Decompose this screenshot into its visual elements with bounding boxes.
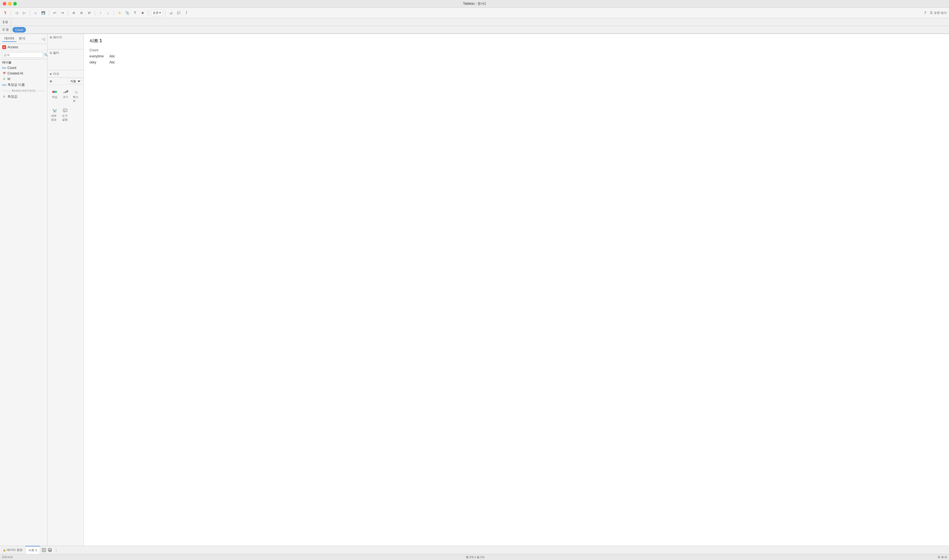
- view-size-dropdown[interactable]: 표준 ▾: [151, 10, 163, 16]
- maximize-button[interactable]: [13, 2, 17, 6]
- pin-button[interactable]: ★: [140, 10, 146, 16]
- close-button[interactable]: [3, 2, 6, 6]
- list-view-toggle[interactable]: ☰: [938, 555, 940, 558]
- filters-header: ⊟ 필터: [48, 49, 84, 56]
- chart-type-button[interactable]: 📊: [168, 10, 174, 16]
- pages-content[interactable]: [48, 41, 84, 49]
- field-count[interactable]: Abc Count: [0, 65, 47, 71]
- svg-point-10: [55, 109, 57, 110]
- marks-type-select[interactable]: 자동: [68, 78, 82, 84]
- svg-point-3: [63, 92, 65, 93]
- mark-detail-label: 세부 정보: [51, 114, 58, 122]
- grid-view-toggle[interactable]: ⊞: [941, 555, 943, 558]
- help-button[interactable]: ?: [922, 10, 928, 16]
- mark-size-button[interactable]: 크기: [61, 87, 71, 105]
- marks-type-icon: ⊞: [50, 80, 52, 83]
- field-created-at-calendar-icon: 📅: [2, 71, 6, 75]
- field-created-at[interactable]: 📅 Created At: [0, 71, 47, 76]
- window-controls[interactable]: [3, 2, 17, 6]
- save-button[interactable]: 💾: [40, 10, 46, 16]
- bottom-bar: 🔒 데이터 원본 시트 1 ↓: [0, 546, 949, 554]
- search-icon[interactable]: 🔍: [44, 53, 48, 57]
- grid-view-button[interactable]: ⊞: [79, 10, 85, 16]
- text-button[interactable]: T: [132, 10, 138, 16]
- separator-6: [114, 10, 114, 16]
- field-measure-name[interactable]: Abc 측정값 이름: [0, 82, 47, 88]
- rows-shelf-content[interactable]: Count: [11, 27, 949, 32]
- share-button[interactable]: ⤴: [183, 10, 189, 16]
- title-bar: Tableau - 문서1: [0, 0, 949, 8]
- home-button[interactable]: ⌂: [32, 10, 39, 16]
- sheet-title: 시트 1: [89, 38, 943, 44]
- access-csv-divider: Access.csv(카운트): [0, 88, 47, 94]
- viz-table: Count everytimeAbcokkyAbc: [89, 47, 118, 65]
- columns-label: ||| 열: [0, 18, 11, 26]
- mark-buttons-grid: 색상 크기: [48, 85, 84, 126]
- filters-label: 필터: [53, 51, 59, 55]
- marks-type-dropdown[interactable]: ⊞ 자동: [48, 77, 84, 85]
- data-source-access[interactable]: A Access: [0, 44, 47, 51]
- data-source-tab[interactable]: 🔒 데이터 원본: [0, 546, 26, 554]
- add-sheet-button[interactable]: [42, 548, 46, 552]
- toolbar: T ◁ ▷ ⌂ 💾 ↩ ↪ ⊞ ⊞ ⇄ ↑ ↓ A 📎 T ★ 표준 ▾ 📊 💬…: [0, 8, 949, 18]
- annotate-button[interactable]: 📎: [124, 10, 130, 16]
- row-col-status: 행 2개 x 열 1개: [466, 555, 484, 559]
- field-measure-value[interactable]: # 측정값: [0, 94, 47, 100]
- filters-content[interactable]: [48, 56, 84, 70]
- row-name-cell: everytime: [89, 53, 106, 59]
- field-count-abc-icon: Abc: [2, 66, 6, 70]
- sidebar-collapse-button[interactable]: ◁: [42, 37, 45, 41]
- pin-icon: ★: [141, 11, 144, 15]
- rows-text: 행: [6, 28, 9, 32]
- canvas: 시트 1 Count everytimeAbcokkyAbc: [84, 34, 949, 546]
- rows-shelf: ☰ 행 Count: [0, 26, 949, 34]
- rows-icon: ☰: [2, 28, 5, 31]
- svg-point-2: [55, 91, 57, 93]
- forward-button[interactable]: ▷: [21, 10, 27, 16]
- field-measure-name-label: 측정값 이름: [8, 83, 25, 87]
- back-button[interactable]: ◁: [14, 10, 20, 16]
- duplicate-sheet-button[interactable]: [48, 548, 52, 552]
- svg-text:a: a: [77, 91, 78, 94]
- sort-desc-icon: ↓: [107, 11, 109, 15]
- columns-shelf: ||| 열: [0, 18, 949, 26]
- swap-icon: ⇄: [88, 11, 91, 15]
- sort-asc-icon: ↑: [100, 11, 102, 15]
- tableau-logo-icon[interactable]: T: [2, 10, 8, 16]
- mark-count-status: 2개 마크: [2, 555, 13, 559]
- mark-detail-button[interactable]: 세부 정보: [50, 106, 60, 124]
- canvas-inner: 시트 1 Count everytimeAbcokkyAbc: [84, 34, 949, 546]
- tab-analysis[interactable]: 분석: [17, 35, 28, 42]
- field-id[interactable]: # Id: [0, 76, 47, 82]
- sidebar: 데이터 분석 ◁ A Access 🔍 ⚗ ☰ ▾ 테이블: [0, 34, 48, 546]
- fit-toggle[interactable]: ⊟: [944, 555, 947, 558]
- new-datasource-button[interactable]: ⊞: [71, 10, 77, 16]
- tooltip-button[interactable]: 💬: [176, 10, 182, 16]
- show-me-button[interactable]: ☰ 표현 방식: [930, 11, 947, 15]
- highlight-icon: A: [119, 11, 121, 15]
- back-icon: ◁: [15, 11, 18, 15]
- bottom-icons: ↓: [40, 548, 60, 552]
- tab-data[interactable]: 데이터: [2, 35, 17, 42]
- minimize-button[interactable]: [8, 2, 12, 6]
- row-name-cell: okky: [89, 59, 106, 65]
- marks-panel: ◈ 마크 ⊞ 자동: [48, 70, 84, 546]
- search-input[interactable]: [2, 52, 43, 58]
- redo-button[interactable]: ↪: [59, 10, 65, 16]
- count-pill[interactable]: Count: [12, 27, 26, 32]
- pages-icon: ⊞: [50, 36, 52, 39]
- sort-desc-button[interactable]: ↓: [105, 10, 111, 16]
- mark-tooltip-button[interactable]: 도구 설명: [61, 106, 71, 124]
- mark-detail-icon: [51, 108, 58, 113]
- sort-asc-button[interactable]: ↑: [97, 10, 103, 16]
- swap-button[interactable]: ⇄: [86, 10, 92, 16]
- mark-color-button[interactable]: 색상: [50, 87, 60, 105]
- sheet-1-tab[interactable]: 시트 1: [26, 546, 40, 554]
- undo-button[interactable]: ↩: [52, 10, 58, 16]
- mark-text-button[interactable]: A a 텍스트: [71, 87, 82, 105]
- separator-5: [95, 10, 95, 16]
- sort-sheets-button[interactable]: ↓: [54, 548, 59, 552]
- toolbar-right: ? ☰ 표현 방식: [922, 10, 947, 16]
- highlight-button[interactable]: A: [117, 10, 123, 16]
- access-icon: A: [2, 45, 6, 49]
